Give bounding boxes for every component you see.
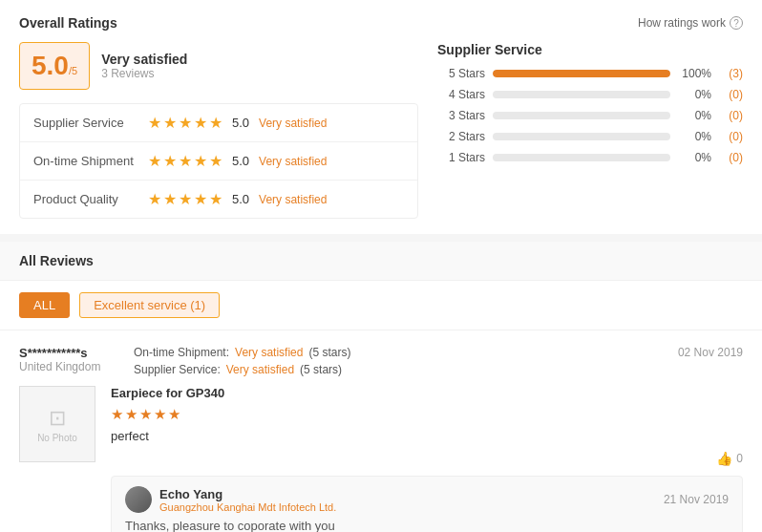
bar-label-4: 1 Stars [437,151,485,164]
question-icon: ? [730,16,743,30]
image-icon: ⊡ [49,406,66,431]
overall-header: Overall Ratings How ratings work ? [19,15,743,31]
rating-status-2: Very satisfied [259,193,327,206]
all-reviews-section: All Reviews ALL Excellent service (1) S*… [0,242,762,532]
filter-excellent-button[interactable]: Excellent service (1) [79,292,220,318]
reviewer-right-col: 02 Nov 2019 [647,346,743,359]
bar-count-2: (0) [719,109,743,122]
bar-label-3: 2 Stars [437,130,485,143]
bar-pct-4: 0% [678,151,711,164]
bar-label-2: 3 Stars [437,109,485,122]
reply-avatar [125,486,152,513]
satisfied-label: Very satisfied [101,52,187,67]
star-3: ★ [139,406,152,423]
bar-count-0: (3) [719,67,743,80]
service-row: Supplier Service: Very satisfied (5 star… [134,363,647,376]
bar-row-0: 5 Stars 100% (3) [437,67,743,80]
thumbs-up-icon[interactable]: 👍 [716,451,732,466]
star: ★ [163,190,177,208]
score-label: Very satisfied 3 Reviews [101,52,187,80]
stars-row-2: ★ ★ ★ ★ ★ [148,190,222,208]
service-value: Very satisfied [226,363,294,376]
how-ratings-link[interactable]: How ratings work ? [638,16,743,30]
bar-label-1: 4 Stars [437,88,485,101]
star: ★ [209,152,222,170]
reviewer-country: United Kingdom [19,360,134,373]
star: ★ [179,152,192,170]
bar-label-0: 5 Stars [437,67,485,80]
shipment-row: On-time Shipment: Very satisfied (5 star… [134,346,647,359]
rating-num-2: 5.0 [232,192,249,206]
star: ★ [179,114,192,132]
bar-row-1: 4 Stars 0% (0) [437,88,743,101]
overall-content: 5.0/5 Very satisfied 3 Reviews Supplier … [19,42,743,219]
bar-count-4: (0) [719,151,743,164]
review-body: ⊡ No Photo Earpiece for GP340 ★ ★ ★ ★ ★ … [19,386,743,532]
bar-row-2: 3 Stars 0% (0) [437,109,743,122]
rating-status-1: Very satisfied [259,155,327,168]
bar-pct-2: 0% [678,109,711,122]
like-row: 👍 0 [111,451,743,466]
bar-row-4: 1 Stars 0% (0) [437,151,743,164]
reviews-count: 3 Reviews [101,67,187,80]
overall-title: Overall Ratings [19,15,117,31]
avatar-image [125,486,152,513]
review-content: Earpiece for GP340 ★ ★ ★ ★ ★ perfect 👍 0 [111,386,743,532]
rating-status-0: Very satisfied [259,117,327,130]
reviewer-left-col: S***********s United Kingdom [19,346,134,373]
star: ★ [163,152,177,170]
bar-count-3: (0) [719,130,743,143]
review-text: perfect [111,429,743,443]
bar-track-3 [493,133,670,140]
filter-row: ALL Excellent service (1) [0,281,762,330]
right-panel: Supplier Service 5 Stars 100% (3) 4 Star… [437,42,743,219]
star: ★ [194,190,207,208]
bar-row-3: 2 Stars 0% (0) [437,130,743,143]
like-count: 0 [736,452,743,465]
product-name: Earpiece for GP340 [111,386,743,400]
star-4: ★ [154,406,166,423]
rating-row-2: Product Quality ★ ★ ★ ★ ★ 5.0 Very satis… [20,181,417,218]
filter-all-button[interactable]: ALL [19,292,70,318]
all-reviews-header: All Reviews [0,242,762,281]
review-date: 02 Nov 2019 [678,346,743,359]
overall-ratings-section: Overall Ratings How ratings work ? 5.0/5… [0,0,762,234]
rating-row-1: On-time Shipment ★ ★ ★ ★ ★ 5.0 Very sati… [20,142,417,181]
star: ★ [194,114,207,132]
rating-table: Supplier Service ★ ★ ★ ★ ★ 5.0 Very sati… [19,103,418,219]
shipment-stars: (5 stars) [308,346,350,359]
rating-row-0: Supplier Service ★ ★ ★ ★ ★ 5.0 Very sati… [20,104,417,142]
reply-company: Guangzhou Kanghai Mdt Infotech Ltd. [159,501,336,513]
rating-num-0: 5.0 [232,116,249,130]
stars-row-1: ★ ★ ★ ★ ★ [148,152,222,170]
rating-num-1: 5.0 [232,154,249,168]
star-1: ★ [111,406,123,423]
star: ★ [148,114,161,132]
star-5: ★ [168,406,180,423]
star: ★ [179,190,192,208]
review-top-row: S***********s United Kingdom On-time Shi… [19,346,743,380]
bar-track-2 [493,112,670,119]
score-number: 5.0 [32,51,69,80]
reply-header: Echo Yang Guangzhou Kanghai Mdt Infotech… [125,486,729,513]
no-photo-box: ⊡ No Photo [19,386,95,462]
bar-track-0 [493,70,670,77]
shipment-value: Very satisfied [235,346,303,359]
bar-pct-1: 0% [678,88,711,101]
reviewer-name: S***********s [19,346,134,360]
review-stars: ★ ★ ★ ★ ★ [111,406,743,423]
reply-date: 21 Nov 2019 [664,493,729,506]
star: ★ [148,190,161,208]
star: ★ [163,114,177,132]
no-photo-label: No Photo [37,433,77,443]
supplier-service-title: Supplier Service [437,42,743,57]
stars-row-0: ★ ★ ★ ★ ★ [148,114,222,132]
bar-pct-3: 0% [678,130,711,143]
bar-fill-0 [493,70,670,77]
left-panel: 5.0/5 Very satisfied 3 Reviews Supplier … [19,42,418,219]
how-ratings-text: How ratings work [638,16,726,30]
service-stars: (5 stars) [300,363,342,376]
rating-score-row: 5.0/5 Very satisfied 3 Reviews [19,42,418,90]
star: ★ [209,190,222,208]
rating-label-2: Product Quality [33,192,148,206]
